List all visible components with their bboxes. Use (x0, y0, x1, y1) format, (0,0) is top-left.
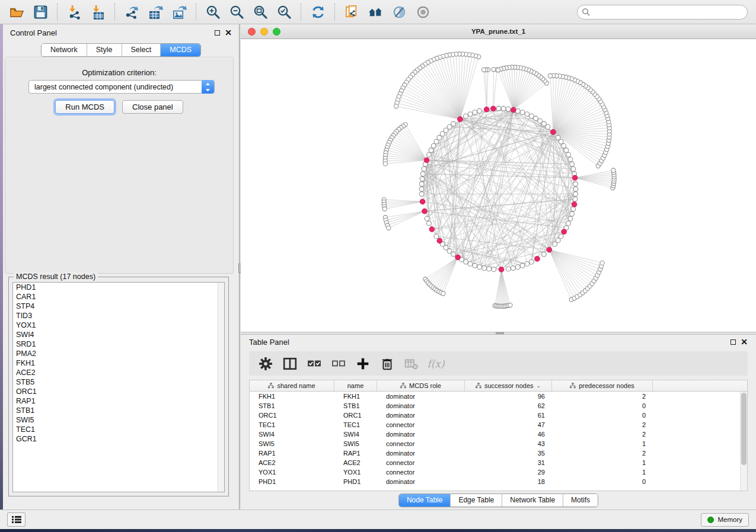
tab-network-table[interactable]: Network Table (502, 494, 563, 507)
cell-shared_name[interactable]: RAP1 (250, 448, 334, 458)
cell-successors[interactable]: 46 (465, 430, 552, 439)
cell-predecessors[interactable]: 1 (552, 467, 653, 477)
network-node[interactable] (570, 162, 575, 166)
leaf-node[interactable] (387, 226, 391, 230)
table-row-swi4[interactable]: SWI4SWI4dominator462 (250, 430, 747, 439)
splitter-grip[interactable] (496, 332, 504, 334)
tab-select[interactable]: Select (122, 44, 161, 56)
mcds-node[interactable] (562, 229, 567, 235)
import-table-icon[interactable] (86, 2, 110, 22)
search-input[interactable] (577, 5, 748, 20)
mcds-node[interactable] (551, 129, 556, 134)
run-mcds-button[interactable]: Run MCDS (55, 100, 114, 114)
network-node[interactable] (568, 157, 573, 162)
export-image-icon[interactable] (167, 2, 191, 22)
cell-name[interactable]: SWI4 (334, 430, 377, 439)
network-window-titlebar[interactable]: YPA_prune.txt_1 (241, 24, 756, 39)
table-row-stb1[interactable]: STB1STB1dominator620 (250, 401, 747, 411)
network-node[interactable] (573, 197, 578, 201)
mcds-node[interactable] (437, 238, 442, 243)
network-node[interactable] (515, 265, 520, 270)
cell-role[interactable]: dominator (377, 448, 465, 458)
leaf-node[interactable] (508, 303, 512, 307)
network-node[interactable] (464, 259, 468, 264)
zoom-out-icon[interactable] (225, 2, 248, 22)
network-node[interactable] (437, 135, 442, 140)
result-node-tid3[interactable]: TID3 (13, 311, 224, 321)
cell-predecessors[interactable]: 1 (552, 439, 653, 448)
cell-successors[interactable]: 35 (465, 448, 552, 458)
mcds-node[interactable] (511, 107, 516, 113)
network-node[interactable] (487, 267, 492, 271)
network-node[interactable] (525, 262, 529, 267)
network-node[interactable] (506, 267, 511, 271)
network-node[interactable] (573, 187, 578, 191)
network-node[interactable] (566, 221, 571, 226)
cell-shared_name[interactable]: YOX1 (250, 467, 334, 477)
result-node-rap1[interactable]: RAP1 (13, 396, 224, 406)
network-node[interactable] (492, 267, 496, 272)
result-node-tec1[interactable]: TEC1 (13, 425, 224, 434)
leaf-node[interactable] (382, 207, 387, 211)
cell-successors[interactable]: 61 (465, 411, 552, 420)
network-node[interactable] (546, 124, 550, 129)
split-panel-icon[interactable] (283, 357, 297, 371)
cell-successors[interactable]: 43 (465, 439, 552, 448)
cell-predecessors[interactable]: 2 (552, 448, 653, 458)
network-node[interactable] (511, 266, 516, 271)
network-node[interactable] (451, 121, 456, 126)
tab-mcds[interactable]: MCDS (161, 44, 200, 56)
share-document-icon[interactable] (340, 2, 363, 22)
close-icon[interactable]: ✕ (741, 339, 748, 345)
mcds-node[interactable] (535, 256, 540, 261)
mcds-node[interactable] (458, 117, 463, 122)
cell-name[interactable]: ACE2 (334, 458, 377, 467)
network-node[interactable] (419, 192, 424, 197)
mcds-node[interactable] (420, 199, 425, 204)
cell-role[interactable]: dominator (377, 411, 465, 420)
cell-name[interactable]: ORC1 (334, 411, 377, 420)
network-node[interactable] (564, 148, 569, 153)
cell-name[interactable]: STB1 (334, 401, 377, 411)
cell-shared_name[interactable]: SWI5 (250, 439, 334, 448)
result-node-stb1[interactable]: STB1 (13, 406, 224, 415)
network-node[interactable] (425, 216, 429, 221)
cell-role[interactable]: dominator (377, 430, 465, 439)
unselect-all-icon[interactable] (331, 357, 346, 371)
table-row-ace2[interactable]: ACE2ACE2connector311 (250, 458, 747, 467)
leaf-node[interactable] (548, 73, 552, 78)
cell-name[interactable]: FKH1 (334, 392, 377, 401)
cell-predecessors[interactable]: 2 (552, 430, 653, 439)
network-node[interactable] (447, 124, 452, 129)
import-network-icon[interactable] (62, 2, 86, 22)
network-node[interactable] (542, 121, 547, 126)
network-node[interactable] (420, 177, 425, 181)
leaf-node[interactable] (394, 104, 398, 108)
network-node[interactable] (556, 238, 560, 243)
mcds-node[interactable] (455, 255, 461, 260)
mcds-node[interactable] (422, 209, 428, 214)
leaf-node[interactable] (492, 68, 496, 72)
network-node[interactable] (573, 192, 578, 197)
zoom-selected-icon[interactable] (272, 2, 296, 22)
cell-role[interactable]: dominator (377, 401, 465, 411)
result-scrollbar[interactable] (218, 283, 224, 492)
mcds-node[interactable] (429, 227, 435, 232)
cell-role[interactable]: connector (377, 467, 465, 477)
network-node[interactable] (434, 139, 439, 144)
network-node[interactable] (427, 152, 432, 157)
mcds-node[interactable] (424, 158, 429, 163)
cell-predecessors[interactable]: 1 (552, 458, 653, 467)
cell-role[interactable]: dominator (377, 477, 465, 486)
network-node[interactable] (420, 172, 425, 177)
table-row-yox1[interactable]: YOX1YOX1connector291 (250, 467, 747, 477)
cell-role[interactable]: connector (377, 420, 465, 430)
tab-style[interactable]: Style (87, 44, 122, 56)
result-node-pma2[interactable]: PMA2 (13, 349, 224, 358)
network-node[interactable] (434, 234, 439, 239)
cell-predecessors[interactable]: 2 (552, 392, 653, 401)
zoom-in-icon[interactable] (201, 2, 225, 22)
clear-table-icon[interactable] (404, 357, 419, 371)
save-session-icon[interactable] (28, 2, 52, 22)
memory-button[interactable]: Memory (701, 513, 749, 527)
